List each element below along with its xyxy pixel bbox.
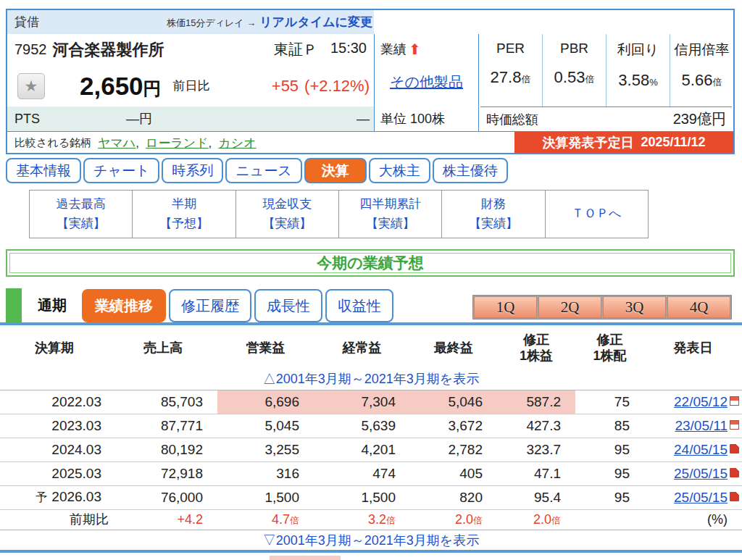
announce-date-link[interactable]: 25/05/15 [674, 466, 728, 481]
pts-change: ― [357, 112, 370, 127]
full-year-label: 通期 [23, 288, 81, 322]
quarter-button-4q[interactable]: 4Q [667, 296, 730, 318]
ptab-performance-trend[interactable]: 業績推移 [82, 289, 166, 322]
show-older-periods-bottom-link[interactable]: ▽2001年3月期～2021年3月期を表示 [263, 533, 480, 548]
tab-news[interactable]: ニュース [225, 158, 301, 183]
tab-shareholder-benefits[interactable]: 株主優待 [433, 158, 508, 183]
main-nav-tabs: 基本情報 チャート 時系列 ニュース 決算 大株主 株主優待 [6, 158, 508, 183]
bottom-divider [0, 550, 742, 553]
section-title: 今期の業績予想 [317, 253, 424, 273]
yoy-ratio-row: 前期比 +4.2 4.7倍 3.2倍 2.0倍 2.0倍 (%) [0, 509, 742, 530]
compare-link-roland[interactable]: ローランド [146, 135, 209, 151]
highlight-legend-swatch [270, 556, 341, 560]
subnav-cash-flow[interactable]: 現金収支【実績】 [236, 191, 339, 238]
ptab-profitability[interactable]: 収益性 [325, 289, 393, 322]
market-label: 東証Ｐ [274, 40, 317, 59]
delay-note-wrap: 株価15分ディレイ → リアルタイムに変更 [167, 14, 374, 30]
price-unit: 円 [143, 78, 162, 99]
sector-link[interactable]: その他製品 [375, 64, 478, 99]
col-header-operating-profit: 営業益 [217, 327, 314, 368]
market-cap-value: 239億円 [673, 109, 726, 129]
tab-chart[interactable]: チャート [83, 158, 159, 183]
col-header-net-profit: 最終益 [410, 327, 497, 368]
stock-code: 7952 [14, 41, 47, 58]
quote-mid-column: 業績 ⬆ その他製品 単位 100株 [374, 34, 478, 131]
header-topbar: 貸借 株価15分ディレイ → リアルタイムに変更 [7, 10, 374, 34]
pdf-report-icon [730, 444, 739, 454]
news-report-icon [730, 396, 739, 406]
table-row-2023: 2023.03 87,771 5,045 5,639 3,672 427.3 8… [0, 414, 742, 438]
market-info: 東証Ｐ 15:30 [274, 40, 367, 59]
table-row-2025: 2025.03 72,918 316 474 405 47.1 95 25/05… [0, 461, 742, 485]
delay-note: 株価15分ディレイ → [167, 17, 256, 30]
ptab-growth[interactable]: 成長性 [254, 289, 322, 322]
earnings-table: 決算期 売上高 営業益 経常益 最終益 修正1株益 修正1株配 発表日 △200… [0, 327, 742, 551]
star-icon: ★ [25, 78, 38, 94]
earnings-date-banner: 決算発表予定日 2025/11/12 [514, 132, 733, 153]
quote-right-column: PER 27.8倍 PBR 0.53倍 利回り 3.58% 信用倍率 5.66倍 [478, 34, 733, 131]
metric-pbr: PBR 0.53倍 [542, 34, 606, 106]
col-header-adjusted-dividend: 修正1株配 [575, 327, 644, 368]
pts-label: PTS [14, 112, 40, 127]
stock-name: 河合楽器製作所 [53, 39, 164, 61]
tab-basic-info[interactable]: 基本情報 [6, 158, 81, 183]
current-price: 2,650円 [80, 72, 162, 101]
pts-price: ―円 [40, 110, 152, 128]
pdf-report-icon [730, 468, 739, 477]
realtime-change-link[interactable]: リアルタイムに変更 [259, 14, 372, 30]
compare-link-yamaha[interactable]: ヤマハ [98, 135, 136, 151]
quarter-button-2q[interactable]: 2Q [538, 296, 601, 318]
tab-underline [0, 322, 742, 325]
announce-date-link[interactable]: 22/05/12 [674, 394, 728, 409]
subnav-half-year[interactable]: 半期【予想】 [133, 191, 235, 238]
show-older-periods-bottom-row: ▽2001年3月期～2021年3月期を表示 [0, 530, 742, 551]
subnav-quarterly-cumulative[interactable]: 四半期累計【実績】 [339, 191, 442, 238]
col-header-announce-date: 発表日 [644, 327, 742, 368]
metric-yield: 利回り 3.58% [606, 34, 670, 106]
tab-major-shareholders[interactable]: 大株主 [369, 158, 430, 183]
subnav-past-high[interactable]: 過去最高【実績】 [30, 191, 133, 238]
stock-page: 貸借 株価15分ディレイ → リアルタイムに変更 7952 河合楽器製作所 東証… [0, 0, 742, 560]
price-row: ★ 2,650円 前日比 +55 (+2.12%) [7, 66, 374, 107]
period-tabs: 業績推移 修正履歴 成長性 収益性 [82, 289, 393, 322]
compare-link-casio[interactable]: カシオ [218, 135, 256, 151]
col-header-ordinary-profit: 経常益 [314, 327, 410, 368]
pdf-report-icon [730, 492, 739, 501]
subnav-financials[interactable]: 財務【実績】 [442, 191, 545, 238]
announce-date-link[interactable]: 23/05/11 [675, 418, 728, 433]
earnings-trend-label: 業績 [380, 41, 407, 58]
quote-area: 7952 河合楽器製作所 東証Ｐ 15:30 ★ 2,650円 前日比 +55 … [7, 34, 733, 132]
announce-date-link[interactable]: 24/05/15 [674, 442, 728, 457]
market-cap-label: 時価総額 [486, 111, 538, 128]
metric-per: PER 27.8倍 [479, 34, 542, 106]
valuation-metrics: PER 27.8倍 PBR 0.53倍 利回り 3.58% 信用倍率 5.66倍 [479, 34, 733, 106]
announce-date-link[interactable]: 25/05/15 [674, 490, 728, 505]
quarter-button-3q[interactable]: 3Q [603, 296, 666, 318]
subnav-top-link[interactable]: ＴＯＰへ [546, 191, 648, 238]
stock-header-box: 貸借 株価15分ディレイ → リアルタイムに変更 7952 河合楽器製作所 東証… [6, 9, 735, 154]
percent-unit-note: (%) [644, 509, 742, 530]
show-older-periods-link[interactable]: △2001年3月期～2021年3月期を表示 [263, 372, 480, 386]
up-arrow-icon: ⬆ [409, 41, 421, 58]
stock-name-row: 7952 河合楽器製作所 東証Ｐ 15:30 [7, 34, 374, 66]
quarter-button-1q[interactable]: 1Q [474, 296, 537, 318]
tab-time-series[interactable]: 時系列 [162, 158, 223, 183]
col-header-period: 決算期 [0, 327, 109, 368]
forecast-mark: 予 [36, 491, 47, 503]
table-row-2024: 2024.03 80,192 3,255 4,201 2,782 323.7 9… [0, 438, 742, 461]
col-header-adjusted-eps: 修正1株益 [497, 327, 575, 368]
table-row-2026-forecast: 予2026.03 76,000 1,500 1,500 820 95.4 95 … [0, 485, 742, 509]
compare-label: 比較される銘柄 [14, 136, 91, 150]
favorite-star-button[interactable]: ★ [17, 73, 45, 99]
market-cap-row: 時価総額 239億円 [480, 106, 732, 131]
earnings-trend: 業績 ⬆ [375, 34, 478, 64]
pts-row: PTS ―円 ― [7, 106, 374, 131]
quote-time: 15:30 [330, 40, 367, 59]
trading-unit: 単位 100株 [375, 106, 478, 131]
margin-trade-label: 貸借 [7, 14, 39, 30]
tab-earnings[interactable]: 決算 [304, 158, 367, 183]
table-header-row: 決算期 売上高 営業益 経常益 最終益 修正1株益 修正1株配 発表日 [0, 327, 742, 368]
ptab-revision-history[interactable]: 修正履歴 [169, 289, 251, 322]
change-value: +55 [272, 77, 299, 96]
news-report-icon [730, 420, 739, 430]
